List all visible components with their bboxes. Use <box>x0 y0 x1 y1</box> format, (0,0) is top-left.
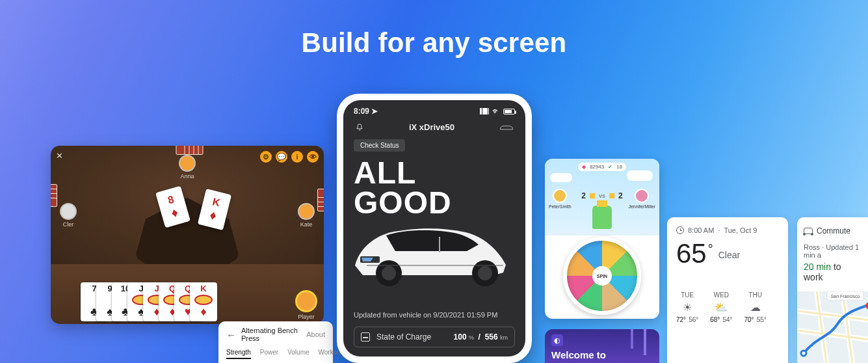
spin-wheel[interactable]: SPIN <box>563 237 641 315</box>
player-name: JenniferMiller <box>628 204 655 209</box>
exercise-title: Alternating Bench Press <box>241 327 301 342</box>
player-hand[interactable]: 7♣9♠10♣J♠J♦Q♦Q♥K♦ <box>92 282 217 321</box>
opponent-hand-right <box>317 189 324 207</box>
card-game-tile[interactable]: ✕ ⚙ 💬 i 👁 Anna Cler Kate 8♦ K♦ 7♣9♠10♣J♠… <box>51 146 324 324</box>
hero-title: Build for any screen <box>0 27 868 59</box>
trivia-sky: ◆82943✔18 PeterSmith JenniferMiller 2vs2 <box>545 159 659 235</box>
last-updated: Updated from vehicle on 9/20/2021 01:59 … <box>354 311 515 319</box>
weather-card[interactable]: 8:00 AM · Tue, Oct 9 65° Clear TUE☀72°56… <box>667 217 788 363</box>
weather-time: 8:00 AM <box>688 226 714 234</box>
signal-icon <box>480 108 489 114</box>
state-of-charge[interactable]: State of Charge 100 % / 556 km <box>354 327 515 347</box>
player-right: JenniferMiller <box>628 189 655 209</box>
svg-point-1 <box>382 266 396 280</box>
building-decoration <box>644 329 646 355</box>
check-status-chip[interactable]: Check Status <box>354 139 405 152</box>
hero-banner: Build for any screen ✕ ⚙ 💬 i 👁 Anna Cler… <box>0 0 868 363</box>
forecast-day: WED⛅68°54° <box>710 291 732 323</box>
player-kate: Kate <box>298 203 315 228</box>
opponent-hand-top <box>176 146 199 155</box>
action-icons: ⚙ 💬 i 👁 <box>260 151 319 163</box>
weather-icon: ☀ <box>683 301 692 314</box>
card-table: ✕ ⚙ 💬 i 👁 Anna Cler Kate 8♦ K♦ <box>51 146 324 264</box>
phone-tile[interactable]: 8:09 ➤ ᯤ iX xDrive50 Check Status ALLGOO… <box>337 94 532 363</box>
opponent-hand-left <box>51 189 57 207</box>
cloud-decoration <box>627 170 653 181</box>
car-illustration <box>347 209 523 294</box>
car-outline-icon[interactable] <box>499 124 514 131</box>
app-header: iX xDrive50 <box>343 118 525 139</box>
crown-icon <box>609 193 614 198</box>
player-self: Player <box>295 290 317 320</box>
eye-icon[interactable]: 👁 <box>307 151 319 163</box>
weather-date: Tue, Oct 9 <box>724 226 757 234</box>
crown-icon <box>590 193 595 198</box>
player-name: Cler <box>63 221 74 228</box>
check-icon: ✔ <box>608 164 612 170</box>
about-link[interactable]: About <box>306 330 325 338</box>
soc-values: 100 % / 556 km <box>454 332 508 342</box>
commute-sub: Ross · Updated 1 min a <box>804 243 861 259</box>
svg-point-3 <box>478 266 492 280</box>
vehicle-title: iX xDrive50 <box>409 122 454 132</box>
fitness-tab[interactable]: Volume <box>287 349 309 359</box>
forecast-day: TUE☀72°56° <box>676 291 698 323</box>
current-temp: 65° Clear <box>676 238 779 269</box>
location-icon: ➤ <box>371 107 378 116</box>
player-name: Anna <box>180 173 194 180</box>
svg-rect-5 <box>797 291 868 363</box>
welcome-tile[interactable]: ◐ Welcome to <box>545 329 659 363</box>
weather-icon: ⛅ <box>715 301 728 314</box>
cloud-decoration <box>550 173 572 182</box>
app-icon: ◐ <box>551 334 563 346</box>
trivia-hud: ◆82943✔18 <box>578 163 626 171</box>
bell-icon[interactable] <box>355 123 364 132</box>
battery-icon <box>503 109 515 114</box>
commute-header: Commute <box>804 226 861 235</box>
building-decoration <box>631 329 633 349</box>
forecast-row: TUE☀72°56°WED⛅68°54°THU☁70°55° <box>676 291 779 323</box>
chat-icon[interactable]: 💬 <box>276 151 287 163</box>
fitness-tile[interactable]: ← Alternating Bench Press About Strength… <box>218 321 333 363</box>
car-icon <box>804 228 813 234</box>
fitness-tab[interactable]: Strength <box>226 349 251 359</box>
status-bar: 8:09 ➤ ᯤ <box>343 100 525 118</box>
hand-card[interactable]: K♦ <box>190 282 217 321</box>
weather-header: 8:00 AM · Tue, Oct 9 <box>676 226 779 234</box>
commute-time: 20 min to work <box>804 262 861 282</box>
gear-icon[interactable]: ⚙ <box>260 151 272 163</box>
spin-button[interactable]: SPIN <box>592 266 612 286</box>
player-left: PeterSmith <box>549 189 572 209</box>
soc-label: State of Charge <box>376 332 447 342</box>
close-icon[interactable]: ✕ <box>56 151 63 161</box>
commute-map[interactable]: San Francisco <box>797 291 868 363</box>
gem-icon: ◆ <box>582 164 586 170</box>
commute-card[interactable]: Commute Ross · Updated 1 min a 20 min to… <box>797 217 868 363</box>
back-icon[interactable]: ← <box>226 329 236 340</box>
condition: Clear <box>718 250 740 260</box>
wifi-icon: ᯤ <box>492 107 500 116</box>
svg-text:San Francisco: San Francisco <box>831 294 860 299</box>
phone-screen: 8:09 ➤ ᯤ iX xDrive50 Check Status ALLGOO… <box>343 100 525 356</box>
player-area: 7♣9♠10♣J♠J♦Q♦Q♥K♦ Player <box>51 264 324 324</box>
player-name: PeterSmith <box>549 204 572 209</box>
fitness-tab[interactable]: Power <box>260 349 278 359</box>
trivia-tile[interactable]: ◆82943✔18 PeterSmith JenniferMiller 2vs2… <box>545 159 659 319</box>
weather-icon: ☁ <box>750 301 761 314</box>
welcome-text: Welcome to <box>551 349 606 360</box>
fitness-tabs: StrengthPowerVolumeWorkouts <box>226 349 325 359</box>
status-time: 8:09 <box>354 107 369 116</box>
clock-icon <box>676 226 684 234</box>
svg-point-6 <box>801 351 806 356</box>
player-anna: Anna <box>179 155 196 180</box>
forecast-day: THU☁70°55° <box>744 291 767 323</box>
player-cler: Cler <box>60 203 77 228</box>
info-icon[interactable]: i <box>291 151 303 163</box>
fuel-icon <box>361 332 370 342</box>
score: 2vs2 <box>581 191 622 200</box>
player-name: Player <box>298 314 315 320</box>
mascot <box>592 206 612 229</box>
player-name: Kate <box>300 221 313 228</box>
status-hero: ALLGOOD <box>343 158 525 217</box>
